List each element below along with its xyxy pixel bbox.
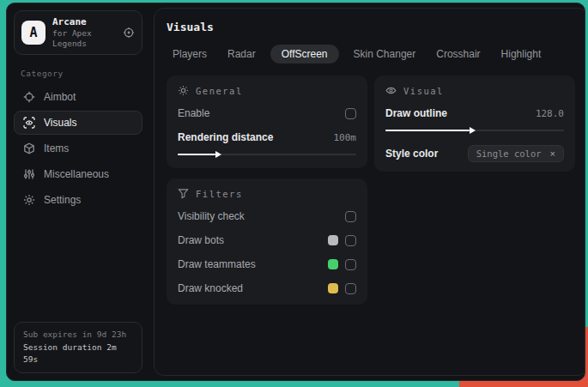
visibility-check-label: Visibility check [178, 210, 245, 222]
draw-outline-label: Draw outline [385, 107, 447, 119]
category-label: Category [21, 69, 136, 78]
general-card: General Enable Rendering distance 100m [167, 76, 367, 168]
style-color-select[interactable]: Single color × [468, 145, 564, 162]
draw-knocked-row: Draw knocked [178, 281, 356, 295]
brand-text: Arcane for Apex Legends [52, 16, 116, 49]
left-column: General Enable Rendering distance 100m [167, 76, 367, 305]
gear-icon [23, 194, 35, 206]
brand-card: A Arcane for Apex Legends [14, 10, 142, 55]
draw-bots-controls [328, 235, 356, 246]
eye-icon [385, 85, 397, 96]
target-icon[interactable] [123, 27, 135, 39]
app-subtitle: for Apex Legends [52, 28, 116, 49]
app-name: Arcane [52, 16, 116, 28]
draw-teammates-checkbox[interactable] [345, 259, 356, 270]
style-color-label: Style color [385, 148, 438, 160]
tab-crosshair[interactable]: Crosshair [430, 45, 486, 63]
draw-bots-label: Draw bots [178, 234, 224, 246]
sidebar-item-aimbot[interactable]: Aimbot [14, 85, 142, 109]
tab-radar[interactable]: Radar [221, 45, 262, 63]
tab-offscreen[interactable]: OffScreen [270, 45, 339, 63]
rendering-distance-value: 100m [334, 132, 357, 143]
visual-card: Visual Draw outline 128.0 Style color [374, 76, 575, 172]
visibility-check-controls [345, 211, 356, 222]
rendering-distance-row: Rendering distance 100m [178, 130, 356, 144]
tab-highlight[interactable]: Highlight [495, 45, 548, 63]
right-column: Visual Draw outline 128.0 Style color [374, 76, 575, 172]
visibility-check-row: Visibility check [178, 209, 356, 223]
sidebar: A Arcane for Apex Legends Category [7, 3, 149, 380]
draw-bots-row: Draw bots [178, 233, 356, 247]
subscription-info-card: Sub expires in 9d 23h Session duration 2… [14, 322, 142, 373]
draw-teammates-row: Draw teammates [178, 257, 356, 271]
cube-icon [23, 142, 35, 154]
draw-outline-slider[interactable] [385, 126, 564, 135]
eye-scan-icon [23, 117, 35, 129]
page-title: Visuals [167, 21, 575, 33]
main-panel: Visuals Players Radar OffScreen Skin Cha… [154, 8, 585, 376]
sidebar-item-label: Visuals [44, 117, 76, 129]
clear-icon[interactable]: × [550, 149, 555, 159]
sidebar-item-label: Miscellaneous [44, 168, 109, 180]
slider-fill [385, 130, 470, 131]
sidebar-item-settings[interactable]: Settings [14, 188, 142, 212]
general-card-header: General [178, 85, 356, 96]
tab-players[interactable]: Players [167, 45, 213, 63]
filters-card-title: Filters [196, 189, 243, 199]
draw-teammates-color-swatch[interactable] [328, 259, 338, 269]
slider-thumb[interactable] [215, 151, 221, 158]
visibility-check-checkbox[interactable] [345, 211, 356, 222]
style-color-selected-value: Single color [476, 148, 542, 159]
slider-fill [178, 154, 215, 155]
sidebar-item-items[interactable]: Items [14, 136, 142, 160]
visual-card-header: Visual [385, 85, 564, 96]
sidebar-item-label: Items [44, 142, 69, 154]
sidebar-item-visuals[interactable]: Visuals [14, 111, 142, 135]
draw-teammates-label: Draw teammates [178, 258, 256, 270]
filters-card: Filters Visibility check Draw bots [167, 178, 367, 305]
app-logo: A [21, 21, 45, 45]
slider-thumb[interactable] [470, 127, 476, 134]
crosshair-icon [23, 91, 35, 103]
draw-knocked-checkbox[interactable] [345, 283, 356, 294]
general-card-title: General [196, 86, 243, 96]
funnel-icon [178, 188, 189, 199]
draw-bots-checkbox[interactable] [345, 235, 356, 246]
draw-teammates-controls [328, 259, 356, 270]
sidebar-item-label: Aimbot [44, 91, 76, 103]
content-area: General Enable Rendering distance 100m [167, 76, 575, 305]
sidebar-nav: Aimbot Visuals Items [12, 85, 144, 212]
draw-knocked-color-swatch[interactable] [328, 283, 338, 293]
style-color-row: Style color Single color × [385, 145, 564, 162]
draw-knocked-controls [328, 283, 356, 294]
sidebar-item-miscellaneous[interactable]: Miscellaneous [14, 162, 142, 186]
enable-label: Enable [178, 107, 209, 119]
filters-card-header: Filters [178, 188, 356, 199]
draw-outline-row: Draw outline 128.0 [385, 106, 564, 120]
arcane-window: A Arcane for Apex Legends Category [6, 3, 585, 381]
rendering-distance-slider[interactable] [178, 150, 356, 159]
sidebar-item-label: Settings [44, 194, 81, 206]
sub-expires-text: Sub expires in 9d 23h [23, 329, 133, 342]
sun-icon [178, 85, 189, 96]
tab-skin-changer[interactable]: Skin Changer [348, 45, 422, 63]
sliders-icon [23, 168, 35, 180]
draw-knocked-label: Draw knocked [178, 282, 243, 294]
draw-bots-color-swatch[interactable] [328, 235, 338, 245]
session-duration-text: Session duration 2m 59s [23, 342, 133, 366]
draw-outline-value: 128.0 [536, 108, 564, 119]
rendering-distance-label: Rendering distance [178, 131, 273, 143]
enable-checkbox[interactable] [345, 108, 356, 119]
tab-bar: Players Radar OffScreen Skin Changer Cro… [167, 45, 575, 63]
visual-card-title: Visual [403, 86, 444, 96]
enable-row: Enable [178, 106, 356, 120]
